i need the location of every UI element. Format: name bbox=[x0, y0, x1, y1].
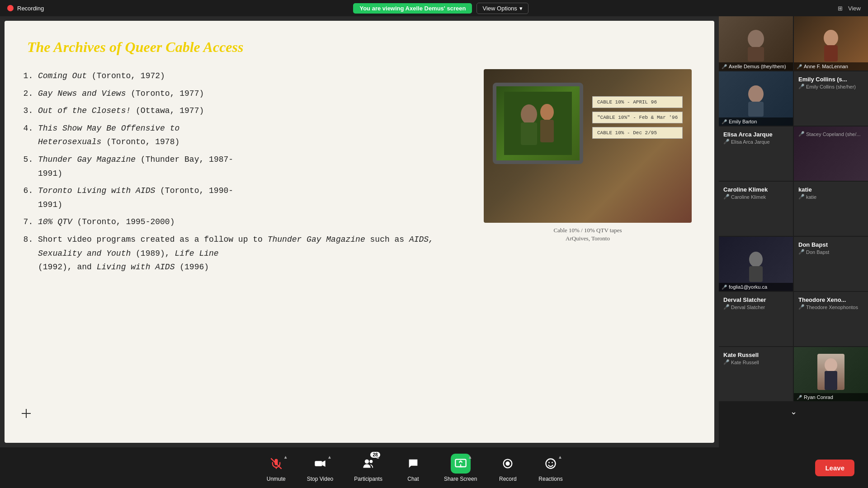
list-item: Short video programs created as a follow… bbox=[38, 233, 470, 274]
ryan-name: Ryan Conrad bbox=[804, 394, 833, 400]
participant-tile-axelle: 🎤 Axelle Demus (they/them) bbox=[719, 16, 793, 70]
slide-body: Coming Out (Toronto, 1972) Gay News and … bbox=[27, 69, 692, 278]
record-button[interactable]: Record bbox=[494, 454, 521, 482]
participant-tile-ryan: 🎤 Ryan Conrad bbox=[794, 347, 868, 401]
elisa-name: Elisa Arca Jarque bbox=[723, 131, 788, 138]
video-row-1: 🎤 Axelle Demus (they/them) 🎤 Anne F. Mac… bbox=[719, 16, 868, 70]
unmute-caret[interactable]: ▲ bbox=[283, 455, 288, 460]
participant-tile-don: Don Bapst 🎤 Don Bapst bbox=[794, 237, 868, 291]
chat-icon-area bbox=[403, 454, 423, 474]
reactions-caret[interactable]: ▲ bbox=[558, 455, 562, 460]
share-screen-label: Share Screen bbox=[444, 476, 477, 482]
name-row-3: Elisa Arca Jarque 🎤 Elisa Arca Jarque 🎤 … bbox=[719, 127, 868, 181]
chevron-down-icon: ⌄ bbox=[790, 407, 797, 417]
caroline-subtitle: 🎤 Caroline Klimek bbox=[723, 194, 788, 200]
svg-point-23 bbox=[369, 460, 373, 463]
list-item: Gay News and Views (Toronto, 1977) bbox=[38, 87, 470, 101]
share-screen-button[interactable]: ▲ Share Screen bbox=[440, 454, 481, 482]
stop-video-icon-area: ▲ bbox=[310, 454, 330, 474]
viewing-badge: You are viewing Axelle Demus' screen bbox=[353, 3, 472, 14]
svg-point-2 bbox=[540, 104, 554, 120]
muted-icon: 🎤 bbox=[722, 285, 727, 290]
recording-status: Recording bbox=[7, 5, 44, 12]
reactions-icon-area: ▲ bbox=[541, 454, 561, 474]
caroline-name: Caroline Klimek bbox=[723, 186, 788, 193]
participants-caret[interactable]: ▲ bbox=[376, 455, 380, 460]
participant-tile-foglia: 🎤 foglia1@yorku.ca bbox=[719, 237, 793, 291]
list-item: Toronto Living with AIDS (Toronto, 1990-… bbox=[38, 184, 470, 211]
chat-label: Chat bbox=[407, 476, 419, 482]
participant-tile-elisa: Elisa Arca Jarque 🎤 Elisa Arca Jarque bbox=[719, 127, 793, 181]
stop-video-caret[interactable]: ▲ bbox=[327, 455, 332, 460]
participants-button[interactable]: 28 ▲ Participants bbox=[350, 454, 386, 482]
derval-subtitle: 🎤 Derval Slatcher bbox=[723, 304, 788, 310]
muted-icon: 🎤 bbox=[798, 249, 805, 255]
svg-point-7 bbox=[748, 30, 764, 48]
recording-label: Recording bbox=[17, 5, 44, 12]
slide-items: Coming Out (Toronto, 1972) Gay News and … bbox=[27, 69, 470, 274]
record-icon bbox=[501, 457, 514, 470]
unmute-button[interactable]: ▲ Unmute bbox=[263, 454, 290, 482]
video-row-5: 🎤 foglia1@yorku.ca Don Bapst 🎤 Don Bapst bbox=[719, 237, 868, 291]
list-item: Coming Out (Toronto, 1972) bbox=[38, 69, 470, 83]
participants-icon-area: 28 ▲ bbox=[359, 454, 378, 474]
muted-icon: 🎤 bbox=[797, 395, 802, 400]
svg-rect-8 bbox=[748, 47, 764, 61]
svg-point-13 bbox=[749, 252, 763, 267]
slide-image-caption: Cable 10% / 10% QTV tapes ArQuives, Toro… bbox=[553, 226, 622, 243]
muted-icon: 🎤 bbox=[723, 194, 730, 200]
anne-name-bar: 🎤 Anne F. MacLennan bbox=[794, 62, 868, 70]
svg-rect-0 bbox=[504, 92, 572, 155]
chat-button[interactable]: Chat bbox=[400, 454, 427, 482]
participant-tile-kate: Kate Russell 🎤 Kate Russell bbox=[719, 347, 793, 401]
leave-button[interactable]: Leave bbox=[815, 460, 854, 476]
tv-screen bbox=[493, 83, 583, 164]
don-name: Don Bapst bbox=[798, 241, 863, 248]
svg-rect-20 bbox=[315, 461, 322, 466]
stop-video-button[interactable]: ▲ Stop Video bbox=[303, 454, 337, 482]
slide-image-block: CABLE 10% - APRIL 96 "CABLE 10%" - Feb &… bbox=[484, 69, 692, 278]
participants-icon bbox=[362, 457, 375, 470]
view-options-button[interactable]: View Options ▾ bbox=[476, 3, 528, 14]
reactions-button[interactable]: ▲ Reactions bbox=[535, 454, 566, 482]
share-screen-caret[interactable]: ▲ bbox=[468, 455, 472, 460]
svg-point-29 bbox=[552, 462, 553, 463]
scroll-down-indicator[interactable]: ⌄ bbox=[719, 402, 868, 421]
list-item: This Show May Be Offensive toHeterosexua… bbox=[38, 122, 470, 149]
svg-point-28 bbox=[548, 462, 550, 463]
video-icon bbox=[314, 457, 326, 470]
participant-tile-katie: katie 🎤 katie bbox=[794, 182, 868, 236]
svg-point-15 bbox=[825, 358, 837, 372]
top-bar-center: You are viewing Axelle Demus' screen Vie… bbox=[353, 3, 528, 14]
kate-name: Kate Russell bbox=[723, 352, 788, 358]
participants-label: Participants bbox=[354, 476, 382, 482]
svg-point-11 bbox=[748, 85, 764, 103]
tv-content-svg bbox=[504, 92, 572, 155]
muted-icon: 🎤 bbox=[798, 131, 805, 137]
share-screen-icon-area: ▲ bbox=[451, 454, 471, 474]
svg-point-22 bbox=[364, 459, 368, 463]
participant-tile-derval: Derval Slatcher 🎤 Derval Slatcher bbox=[719, 292, 793, 346]
muted-icon: 🎤 bbox=[798, 304, 805, 310]
svg-point-1 bbox=[521, 104, 537, 124]
list-item: Out of the Closets! (Ottawa, 1977) bbox=[38, 104, 470, 118]
record-label: Record bbox=[499, 476, 517, 482]
muted-icon: 🎤 bbox=[723, 359, 730, 365]
mic-off-icon bbox=[270, 457, 283, 470]
katie-name: katie bbox=[798, 186, 863, 193]
muted-icon: 🎤 bbox=[723, 139, 730, 145]
reactions-icon bbox=[544, 457, 557, 470]
grid-icon: ⊞ bbox=[838, 5, 843, 12]
participants-panel[interactable]: 🎤 Axelle Demus (they/them) 🎤 Anne F. Mac… bbox=[719, 16, 868, 447]
slide-title: The Archives of Queer Cable Access bbox=[27, 39, 692, 56]
muted-icon: 🎤 bbox=[722, 64, 727, 69]
don-subtitle: 🎤 Don Bapst bbox=[798, 249, 863, 255]
top-bar: Recording You are viewing Axelle Demus' … bbox=[0, 0, 868, 16]
muted-icon: 🎤 bbox=[797, 64, 802, 69]
main-content: The Archives of Queer Cable Access Comin… bbox=[0, 16, 868, 447]
tape-stack: CABLE 10% - APRIL 96 "CABLE 10%" - Feb &… bbox=[592, 96, 683, 139]
list-item: 10% QTV (Toronto, 1995-2000) bbox=[38, 215, 470, 229]
axelle-name-bar: 🎤 Axelle Demus (they/them) bbox=[719, 62, 793, 70]
participant-tile-stacey: 🎤 Stacey Copeland (she/... bbox=[794, 127, 868, 181]
participant-tile-theodore: Theodore Xeno... 🎤 Theodore Xenophontos bbox=[794, 292, 868, 346]
